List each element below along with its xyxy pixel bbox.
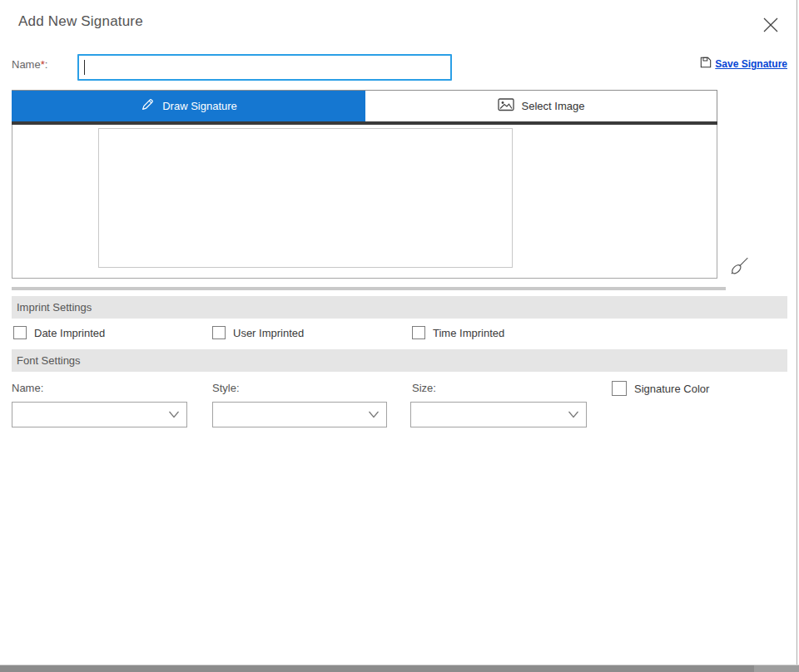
close-icon — [762, 16, 780, 37]
font-settings-header: Font Settings — [12, 349, 787, 372]
user-imprinted-label: User Imprinted — [233, 327, 304, 339]
bottom-bar-segment — [754, 665, 799, 672]
font-name-label: Name: — [12, 382, 43, 394]
horizontal-scrollbar[interactable] — [12, 287, 726, 290]
user-imprinted-checkbox[interactable]: User Imprinted — [212, 324, 304, 341]
date-imprinted-checkbox[interactable]: Date Imprinted — [13, 324, 105, 341]
close-button[interactable] — [760, 16, 782, 37]
checkbox-icon — [612, 381, 627, 396]
tab-select-label: Select Image — [522, 100, 585, 112]
pencil-icon — [140, 97, 155, 115]
time-imprinted-checkbox[interactable]: Time Imprinted — [412, 324, 504, 341]
chevron-down-icon — [368, 408, 380, 421]
font-style-label: Style: — [212, 382, 240, 394]
checkbox-icon — [412, 326, 425, 339]
save-signature-button[interactable]: Save Signature — [700, 57, 787, 72]
tab-draw-label: Draw Signature — [162, 100, 237, 112]
font-name-select[interactable] — [12, 402, 187, 427]
name-field-label: Name*: — [12, 58, 47, 71]
save-signature-label: Save Signature — [715, 58, 787, 70]
right-window-edge — [797, 0, 797, 665]
chevron-down-icon — [568, 408, 579, 421]
text-caret — [84, 60, 85, 75]
signature-color-checkbox[interactable]: Signature Color — [612, 379, 709, 398]
add-signature-dialog: Add New Signature Name*: Save Signature — [0, 0, 799, 672]
time-imprinted-label: Time Imprinted — [433, 327, 504, 339]
font-size-select[interactable] — [410, 402, 587, 427]
font-size-label: Size: — [412, 382, 436, 394]
date-imprinted-label: Date Imprinted — [34, 327, 105, 339]
checkbox-icon — [13, 326, 27, 339]
signature-color-label: Signature Color — [634, 383, 709, 395]
tab-draw-signature[interactable]: Draw Signature — [12, 90, 365, 121]
image-icon — [498, 98, 514, 114]
brush-icon — [727, 255, 750, 282]
floppy-disk-icon — [700, 57, 712, 72]
bottom-window-bar — [0, 665, 799, 672]
signature-canvas[interactable] — [98, 128, 513, 268]
tab-select-image[interactable]: Select Image — [365, 90, 717, 121]
checkbox-icon — [212, 326, 226, 339]
chevron-down-icon — [168, 408, 180, 421]
signature-name-input[interactable] — [77, 54, 452, 81]
font-style-select[interactable] — [212, 402, 387, 427]
imprint-settings-header: Imprint Settings — [12, 296, 787, 319]
dialog-title: Add New Signature — [18, 13, 143, 30]
clear-canvas-button[interactable] — [726, 256, 751, 281]
